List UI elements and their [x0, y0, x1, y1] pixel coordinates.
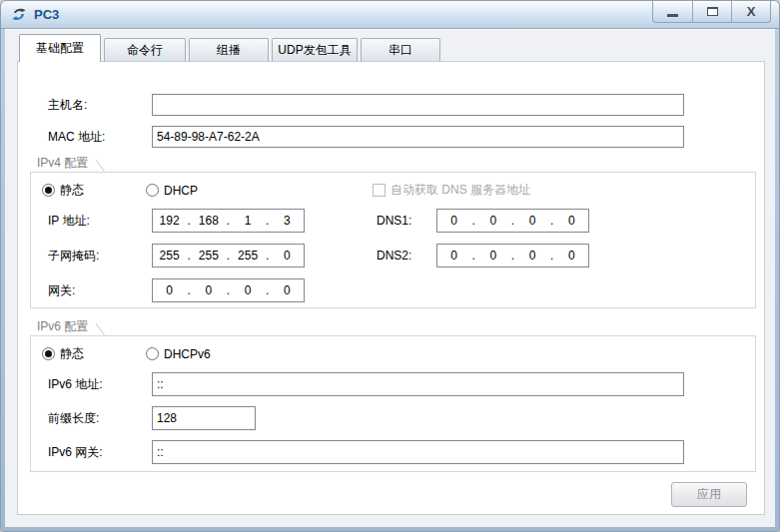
ipv6-static-radio[interactable]: 静态: [42, 346, 84, 361]
dns2-input[interactable]: 0.0.0.0: [436, 244, 589, 267]
ip-octet: 0: [235, 283, 261, 297]
ipv6-address-label: IPv6 地址:: [48, 372, 103, 396]
tab-bar: 基础配置 命令行 组播 UDP发包工具 串口: [19, 34, 440, 62]
gateway-label: 网关:: [48, 278, 75, 302]
octet-separator: .: [510, 249, 516, 263]
octet-separator: .: [226, 214, 232, 228]
tab-serial[interactable]: 串口: [361, 38, 440, 62]
ipv4-group-diagonal: [95, 159, 104, 172]
octet-separator: .: [226, 249, 232, 263]
ipv4-static-label: 静态: [60, 182, 84, 199]
octet-separator: .: [549, 249, 555, 263]
subnet-mask-label: 子网掩码:: [48, 244, 99, 267]
ip-octet: 0: [519, 214, 545, 228]
ip-octet: 255: [196, 249, 222, 263]
minimize-icon: [667, 14, 678, 17]
ip-octet: 0: [274, 283, 300, 297]
maximize-icon: [707, 7, 718, 16]
octet-separator: .: [470, 214, 476, 228]
gateway-input[interactable]: 0.0.0.0: [152, 278, 305, 302]
dns1-label: DNS1:: [377, 209, 411, 233]
ip-address-label: IP 地址:: [48, 209, 90, 233]
ip-octet: 255: [157, 249, 183, 263]
ip-octet: 0: [480, 214, 506, 228]
maximize-button[interactable]: [692, 1, 731, 22]
ipv6-group-label: IPv6 配置: [35, 318, 90, 335]
octet-separator: .: [186, 283, 192, 297]
ipv6-gateway-label: IPv6 网关:: [48, 440, 103, 464]
octet-separator: .: [186, 249, 192, 263]
auto-dns-label: 自动获取 DNS 服务器地址: [390, 182, 530, 199]
close-icon: X: [747, 5, 756, 18]
octet-separator: .: [226, 283, 232, 297]
mac-address-input[interactable]: [152, 126, 684, 148]
ip-octet: 0: [519, 249, 545, 263]
ip-address-input[interactable]: 192.168.1.3: [152, 209, 305, 233]
ipv4-static-radio[interactable]: 静态: [42, 183, 84, 198]
ip-octet: 0: [441, 214, 467, 228]
radio-unchecked-icon: [146, 184, 159, 197]
ip-octet: 168: [196, 214, 222, 228]
octet-separator: .: [470, 249, 476, 263]
ipv6-dhcp-label: DHCPv6: [164, 347, 211, 361]
ip-octet: 0: [441, 249, 467, 263]
hostname-input[interactable]: [152, 94, 684, 116]
ipv4-dhcp-radio[interactable]: DHCP: [146, 183, 198, 198]
octet-separator: .: [510, 214, 516, 228]
mac-address-label: MAC 地址:: [48, 126, 105, 148]
minimize-button[interactable]: [653, 1, 692, 22]
checkbox-unchecked-icon: [373, 184, 386, 197]
ip-octet: 255: [235, 249, 261, 263]
prefix-length-label: 前缀长度:: [48, 406, 99, 430]
tab-command-line[interactable]: 命令行: [104, 38, 186, 62]
ip-octet: 0: [274, 249, 300, 263]
basic-config-panel: 主机名: MAC 地址: IPv4 配置 静态 DHCP 自动获取 DNS 服务…: [17, 61, 765, 515]
pc-config-window: PC3 X 基础配置 命令行 组播 UDP发包工具 串口 主机名: MAC 地址…: [0, 0, 780, 532]
radio-unchecked-icon: [146, 347, 159, 360]
apply-button[interactable]: 应用: [671, 482, 747, 507]
octet-separator: .: [265, 283, 271, 297]
ipv6-gateway-input[interactable]: [152, 440, 684, 464]
ip-octet: 192: [157, 214, 183, 228]
dns2-label: DNS2:: [377, 244, 411, 267]
ipv6-group-diagonal: [95, 322, 104, 335]
octet-separator: .: [549, 214, 555, 228]
tab-udp-tool[interactable]: UDP发包工具: [272, 38, 358, 62]
octet-separator: .: [265, 214, 271, 228]
radio-checked-icon: [42, 184, 55, 197]
auto-dns-checkbox[interactable]: 自动获取 DNS 服务器地址: [373, 183, 530, 198]
close-button[interactable]: X: [731, 1, 770, 22]
ipv6-static-label: 静态: [60, 345, 84, 362]
ipv4-group-label: IPv4 配置: [35, 155, 90, 172]
ipv6-dhcp-radio[interactable]: DHCPv6: [146, 346, 211, 361]
dns1-input[interactable]: 0.0.0.0: [436, 209, 589, 233]
subnet-mask-input[interactable]: 255.255.255.0: [152, 244, 305, 267]
tab-basic-config[interactable]: 基础配置: [19, 34, 101, 62]
window-title: PC3: [34, 7, 59, 22]
tab-multicast[interactable]: 组播: [189, 38, 269, 62]
ipv4-dhcp-label: DHCP: [164, 184, 198, 198]
octet-separator: .: [265, 249, 271, 263]
ip-octet: 0: [157, 283, 183, 297]
window-controls: X: [652, 1, 771, 23]
ipv6-address-input[interactable]: [152, 372, 684, 396]
ip-octet: 0: [480, 249, 506, 263]
ip-octet: 0: [196, 283, 222, 297]
octet-separator: .: [186, 214, 192, 228]
ip-octet: 0: [558, 214, 584, 228]
prefix-length-input[interactable]: [152, 406, 256, 430]
ip-octet: 1: [235, 214, 261, 228]
ip-octet: 3: [274, 214, 300, 228]
ensp-logo-icon: [10, 7, 28, 23]
ip-octet: 0: [558, 249, 584, 263]
hostname-label: 主机名:: [48, 94, 87, 116]
radio-checked-icon: [42, 347, 55, 360]
